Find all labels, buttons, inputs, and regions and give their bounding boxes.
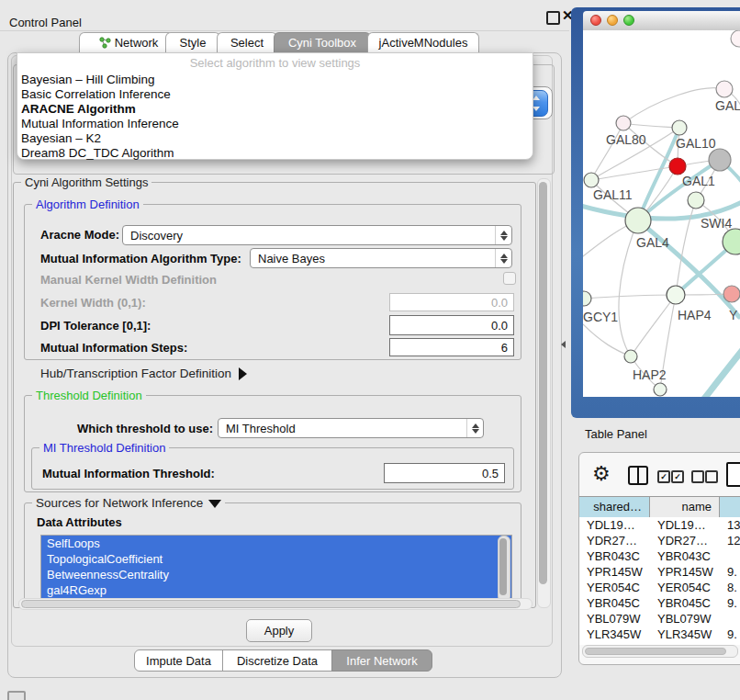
dropdown-item-selected[interactable]: ARACNE Algorithm	[21, 102, 136, 116]
network-node-gal10[interactable]	[709, 149, 731, 171]
manual-kernel-checkbox[interactable]	[503, 272, 516, 285]
deselect-all-checkbox-icon[interactable]	[691, 470, 704, 483]
splitter-handle[interactable]	[561, 341, 566, 348]
hub-tf-definition-toggle[interactable]: Hub/Transcription Factor Definition	[40, 367, 247, 380]
document-icon[interactable]	[726, 462, 740, 487]
list-item[interactable]: gal4RGexp	[41, 582, 511, 598]
table-body[interactable]: YDL19…YDL19…13 YDR27…YDR27…12 YBR043CYBR…	[579, 517, 740, 645]
columns-icon[interactable]	[628, 466, 648, 485]
network-node[interactable]	[654, 383, 667, 396]
tab-cyni-toolbox-label: Cyni Toolbox	[288, 36, 356, 50]
float-panel-icon[interactable]	[546, 11, 560, 25]
aracne-mode-label: Aracne Mode:	[40, 228, 119, 242]
network-node-gal4[interactable]	[625, 208, 651, 233]
table-row[interactable]: YBR045CYBR045C9.	[579, 595, 740, 611]
network-node[interactable]	[672, 120, 687, 135]
table-row[interactable]: YPR145WYPR145W9.	[579, 564, 740, 580]
network-node-gal1-red[interactable]	[669, 158, 686, 175]
dropdown-item[interactable]: Bayesian – Hill Climbing	[21, 73, 155, 86]
network-window-titlebar[interactable]	[583, 11, 740, 31]
tab-cyni-toolbox[interactable]: Cyni Toolbox	[274, 32, 371, 53]
zoom-traffic-light-icon[interactable]	[623, 15, 634, 26]
tab-impute-data[interactable]: Impute Data	[134, 649, 223, 672]
list-item[interactable]: TopologicalCoefficient	[41, 551, 511, 567]
mi-threshold-field[interactable]: 0.5	[384, 463, 505, 483]
settings-hscrollbar-thumb[interactable]	[21, 600, 521, 608]
attributes-scrollbar-thumb[interactable]	[499, 538, 507, 595]
table-row[interactable]: YDR27…YDR27…12	[579, 533, 740, 548]
close-traffic-light-icon[interactable]	[590, 15, 601, 26]
settings-scrollbar-track[interactable]	[537, 178, 551, 608]
settings-scrollbar-thumb[interactable]	[539, 182, 547, 584]
tab-select[interactable]: Select	[217, 32, 277, 53]
dropdown-item[interactable]: Basic Correlation Inference	[21, 87, 171, 101]
table-row[interactable]: YER054CYER054C8.	[579, 580, 740, 595]
combo-stepper-icon[interactable]	[495, 226, 511, 244]
table-hscrollbar-track[interactable]	[582, 645, 738, 658]
dropdown-item[interactable]: Dream8 DC_TDC Algorithm	[21, 146, 174, 160]
network-node-swi4[interactable]	[688, 192, 704, 209]
tab-select-label: Select	[230, 36, 263, 50]
deselect-all-checkbox-icon[interactable]	[705, 470, 718, 483]
combo-stepper-icon[interactable]	[495, 249, 511, 267]
tab-discretize-data[interactable]: Discretize Data	[222, 649, 332, 672]
kernel-width-field[interactable]: 0.0	[389, 293, 514, 311]
network-canvas[interactable]: GAL GAL80 GAL10 GAL1 GAL11 SWI4 GAL4 GCY…	[583, 30, 740, 397]
minimized-panel-icon[interactable]	[7, 691, 26, 700]
mi-type-combo[interactable]: Naive Bayes	[250, 248, 512, 268]
list-item[interactable]: BetweennessCentrality	[41, 567, 511, 582]
list-item[interactable]: SelfLoops	[41, 536, 511, 551]
cell: YER054C	[579, 580, 650, 595]
table-hscrollbar-thumb[interactable]	[585, 648, 726, 655]
table-row[interactable]: YLR345WYLR345W9.	[579, 627, 740, 642]
settings-hscrollbar-track[interactable]	[18, 598, 533, 610]
data-attributes-list[interactable]: SelfLoops TopologicalCoefficient Between…	[40, 535, 512, 603]
algorithm-dropdown[interactable]: Select algorithm to view settings Bayesi…	[17, 52, 533, 160]
mi-steps-label: Mutual Information Steps:	[40, 341, 187, 355]
apply-button[interactable]: Apply	[246, 619, 312, 642]
tab-style[interactable]: Style	[165, 32, 220, 53]
sources-title[interactable]: Sources for Network Inference	[32, 496, 225, 510]
attributes-scrollbar-track[interactable]	[498, 536, 510, 602]
network-node-gal11[interactable]	[584, 173, 599, 187]
column-header-name[interactable]: name	[650, 497, 720, 517]
dpi-tolerance-label: DPI Tolerance [0,1]:	[40, 319, 151, 333]
tab-jactivemnodules[interactable]: jActiveMNodules	[367, 32, 479, 53]
aracne-mode-combo[interactable]: Discovery	[122, 225, 512, 245]
table-row[interactable]: YDL19…YDL19…13	[579, 517, 740, 533]
network-node[interactable]	[723, 286, 740, 302]
network-node-hap4[interactable]	[667, 286, 685, 304]
column-header-partial[interactable]	[720, 497, 740, 517]
dropdown-item[interactable]: Mutual Information Inference	[21, 117, 179, 130]
network-node[interactable]	[616, 116, 631, 130]
screenshot-root: Control Panel ✕ Network Style Select Cyn…	[0, 0, 740, 700]
select-all-checkbox-icon[interactable]: ✓	[671, 470, 684, 483]
combo-stepper-icon[interactable]	[466, 419, 483, 437]
dpi-tolerance-field[interactable]: 0.0	[389, 315, 514, 335]
table-header-row: shared… name	[579, 496, 740, 518]
table-row[interactable]: YBR043CYBR043C	[579, 548, 740, 564]
gear-icon[interactable]: ⚙	[592, 462, 611, 486]
mi-type-value: Naive Bayes	[258, 252, 325, 265]
table-row[interactable]: YBL079WYBL079W	[579, 611, 740, 627]
node-label: Y	[729, 308, 738, 322]
network-node-gcy1[interactable]	[583, 291, 591, 306]
cell: YBR045C	[579, 595, 650, 611]
select-all-checkbox-icon[interactable]: ✓	[657, 470, 670, 483]
cell: YLR345W	[579, 627, 650, 642]
tab-network[interactable]: Network	[79, 32, 178, 53]
tab-jactivemnodules-label: jActiveMNodules	[379, 36, 468, 50]
network-node[interactable]	[716, 81, 733, 97]
mi-steps-field[interactable]: 6	[389, 338, 514, 356]
tab-infer-network[interactable]: Infer Network	[331, 649, 432, 672]
network-node[interactable]	[731, 30, 740, 47]
cell: YBR045C	[650, 595, 720, 611]
minimize-traffic-light-icon[interactable]	[607, 15, 618, 26]
network-node-hap2[interactable]	[624, 350, 637, 363]
expanded-arrow-icon	[208, 500, 221, 508]
cell: 13	[720, 517, 740, 533]
dropdown-item[interactable]: Bayesian – K2	[21, 131, 101, 145]
column-header-shared[interactable]: shared…	[579, 497, 650, 517]
cell: 12	[720, 533, 740, 548]
which-threshold-combo[interactable]: MI Threshold	[218, 418, 484, 438]
